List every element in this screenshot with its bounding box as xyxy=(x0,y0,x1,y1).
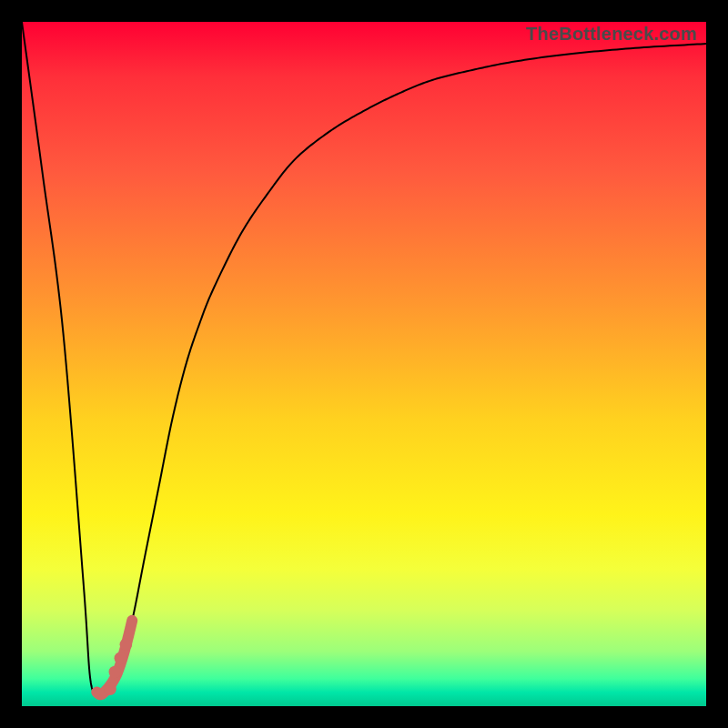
highlight-dot xyxy=(120,639,133,652)
curve-group xyxy=(22,22,706,694)
highlight-dot xyxy=(104,682,116,695)
highlight-dot xyxy=(115,652,127,665)
bottleneck-curve xyxy=(22,22,706,694)
chart-svg xyxy=(22,22,706,706)
points-group xyxy=(96,621,132,695)
highlight-dot xyxy=(109,666,122,679)
plot-area: TheBottleneck.com xyxy=(22,22,706,706)
chart-frame: TheBottleneck.com xyxy=(0,0,728,728)
